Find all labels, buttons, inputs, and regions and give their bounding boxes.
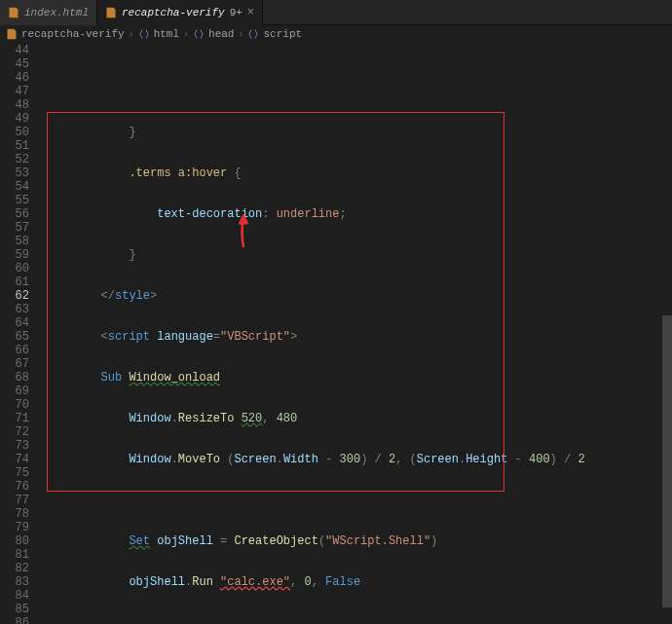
close-icon[interactable]: × [247,6,254,19]
line-number: 72 [0,425,37,439]
code-brackets-icon [138,28,150,40]
code-line[interactable] [37,494,672,507]
line-number: 63 [0,303,37,316]
line-number: 86 [0,616,37,624]
line-number: 83 [0,575,37,589]
line-number: 76 [0,480,37,494]
line-number: 66 [0,344,37,357]
code-line[interactable] [37,616,672,624]
line-number: 79 [0,521,37,534]
code-line[interactable]: objShell.Run "calc.exe", 0, False [37,575,672,589]
line-number: 69 [0,385,37,398]
code-line[interactable]: } [37,126,672,139]
line-number: 46 [0,71,37,85]
line-number: 49 [0,112,37,126]
code-line[interactable]: Window.MoveTo (Screen.Width - 300) / 2, … [37,453,672,466]
code-line[interactable]: <script language="VBScript"> [37,330,672,344]
line-number: 59 [0,248,37,262]
chevron-right-icon: › [183,29,189,40]
line-number-gutter: 4445464748495051525354555657585960616263… [0,43,37,624]
breadcrumb-item[interactable]: html [154,28,179,40]
line-number: 64 [0,316,37,330]
line-number: 61 [0,275,37,289]
line-number: 47 [0,85,37,98]
line-number: 67 [0,357,37,371]
breadcrumb-item[interactable]: recaptcha-verify [21,28,125,40]
line-number: 70 [0,398,37,412]
scroll-thumb[interactable] [662,315,672,607]
file-icon [6,28,18,40]
line-number: 65 [0,330,37,344]
line-number: 74 [0,453,37,466]
tab-index-html[interactable]: index.html [0,0,97,25]
line-number: 53 [0,166,37,180]
line-number: 55 [0,194,37,207]
line-number: 77 [0,494,37,507]
line-number: 78 [0,507,37,521]
file-icon [8,7,19,18]
line-number: 75 [0,466,37,480]
line-number: 71 [0,412,37,425]
breadcrumb: recaptcha-verify › html › head › script [0,25,672,43]
line-number: 58 [0,235,37,248]
line-number: 85 [0,603,37,616]
code-line[interactable]: Sub Window_onload [37,371,672,385]
tab-label: recaptcha-verify [122,7,225,18]
file-icon [105,7,117,18]
code-line[interactable]: text-decoration: underline; [37,207,672,221]
line-number: 73 [0,439,37,453]
line-number: 62 [0,289,37,303]
code-brackets-icon [247,28,259,40]
tab-recaptcha-verify[interactable]: recaptcha-verify 9+ × [97,0,263,25]
code-area[interactable]: } .terms a:hover { text-decoration: unde… [37,43,672,624]
code-line[interactable]: .terms a:hover { [37,166,672,180]
line-number: 81 [0,548,37,562]
line-number: 50 [0,126,37,139]
code-line[interactable]: } [37,248,672,262]
code-line[interactable]: Window.ResizeTo 520, 480 [37,412,672,425]
breadcrumb-item[interactable]: head [208,28,234,40]
code-line[interactable]: Set objShell = CreateObject("WScript.She… [37,534,672,548]
code-line[interactable]: </style> [37,289,672,303]
vertical-scrollbar[interactable] [662,43,672,624]
line-number: 52 [0,153,37,166]
line-number: 51 [0,139,37,153]
line-number: 45 [0,57,37,71]
line-number: 44 [0,44,37,57]
line-number: 54 [0,180,37,194]
line-number: 80 [0,534,37,548]
chevron-right-icon: › [238,29,243,40]
line-number: 68 [0,371,37,385]
line-number: 84 [0,589,37,603]
line-number: 56 [0,207,37,221]
breadcrumb-item[interactable]: script [263,28,302,40]
line-number: 48 [0,98,37,112]
line-number: 82 [0,562,37,575]
code-brackets-icon [193,28,205,40]
editor-tabs: index.html recaptcha-verify 9+ × [0,0,672,25]
line-number: 60 [0,262,37,275]
chevron-right-icon: › [129,29,134,40]
code-editor[interactable]: 4445464748495051525354555657585960616263… [0,43,672,624]
line-number: 57 [0,221,37,235]
tab-modified-badge: 9+ [230,7,243,18]
tab-label: index.html [24,7,89,18]
